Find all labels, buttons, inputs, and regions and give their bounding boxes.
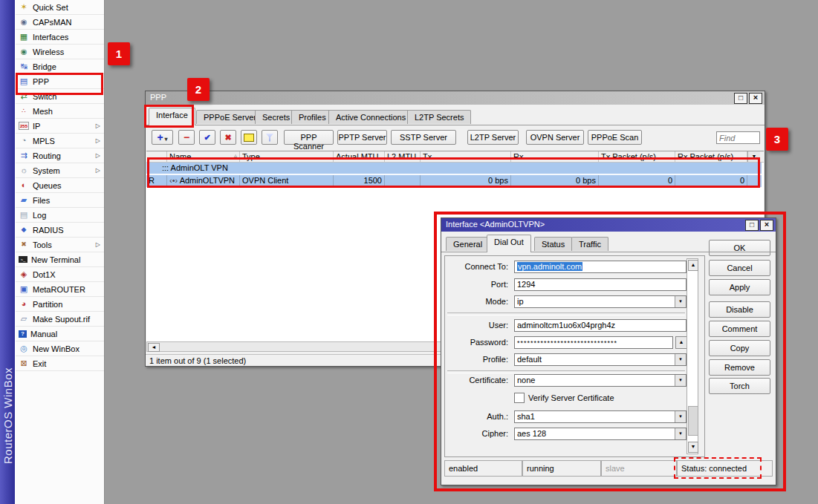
sidebar-item-quick-set[interactable]: Quick Set [16, 0, 104, 15]
copy-button[interactable]: Copy [709, 340, 770, 356]
sidebar-item-queues[interactable]: Queues [16, 178, 104, 193]
dropdown-icon[interactable] [675, 296, 686, 307]
column-type[interactable]: Type [240, 151, 334, 162]
dropdown-icon[interactable] [675, 354, 686, 365]
dropdown-icon[interactable] [675, 428, 686, 439]
sidebar-item-switch[interactable]: Switch [16, 89, 104, 104]
sidebar-item-partition[interactable]: Partition [16, 297, 104, 312]
column-rx[interactable]: Rx [511, 151, 599, 162]
sidebar-item-make-supout[interactable]: Make Supout.rif [16, 312, 104, 327]
sidebar-item-new-winbox[interactable]: New WinBox [16, 341, 104, 356]
maximize-icon[interactable] [734, 93, 747, 104]
sidebar-item-new-terminal[interactable]: New Terminal [16, 252, 104, 267]
sidebar-item-log[interactable]: Log [16, 208, 104, 223]
pptp-server-button[interactable]: PPTP Server [337, 130, 387, 145]
form-scrollbar[interactable]: ▲ ▼ [686, 258, 698, 454]
filter-button[interactable] [262, 130, 278, 145]
tab-general[interactable]: General [446, 237, 490, 251]
column-tx[interactable]: Tx [421, 151, 511, 162]
column-flags[interactable] [146, 151, 167, 162]
sidebar-item-ip[interactable]: IP [16, 119, 104, 134]
ppp-scanner-button[interactable]: PPP Scanner [284, 130, 334, 145]
comment-button[interactable] [241, 130, 257, 145]
torch-button[interactable]: Torch [709, 378, 770, 394]
column-rx-packet[interactable]: Rx Packet (p/s) [675, 151, 747, 162]
antenna-icon [19, 18, 29, 27]
sstp-server-button[interactable]: SSTP Server [391, 130, 456, 145]
close-icon[interactable] [760, 220, 773, 231]
port-input[interactable]: 1294 [514, 278, 686, 291]
column-tx-packet[interactable]: Tx Packet (p/s) [599, 151, 675, 162]
password-reveal-icon[interactable]: ▲ [675, 336, 687, 349]
add-button[interactable]: + [152, 130, 173, 145]
sidebar-item-mpls[interactable]: MPLS [16, 134, 104, 148]
sidebar-item-tools[interactable]: Tools [16, 238, 104, 252]
certificate-select[interactable]: none [514, 374, 686, 387]
user-input[interactable]: adminoltcm1uo6x04prgh4z [514, 319, 686, 332]
sidebar-item-routing[interactable]: Routing [16, 148, 104, 163]
profile-label: Profile: [446, 355, 508, 364]
ovpn-server-button[interactable]: OVPN Server [526, 130, 584, 145]
comment-row[interactable]: ::: AdminOLT VPN [146, 163, 762, 174]
sidebar-item-manual[interactable]: Manual [16, 327, 104, 341]
pppoe-scan-button[interactable]: PPPoE Scan [588, 130, 642, 145]
sidebar-item-radius[interactable]: RADIUS [16, 223, 104, 238]
cipher-select[interactable]: aes 128 [514, 428, 686, 440]
column-actual-mtu[interactable]: Actual MTU [334, 151, 385, 162]
ppp-window-titlebar[interactable]: PPP [146, 91, 765, 105]
sidebar-item-ppp[interactable]: PPP [16, 74, 104, 89]
column-name[interactable]: Name▵ [167, 151, 240, 162]
dropdown-icon[interactable] [675, 375, 686, 386]
sidebar-item-bridge[interactable]: Bridge [16, 59, 104, 74]
dialog-titlebar[interactable]: Interface <AdminOLTVPN> [441, 218, 776, 232]
sidebar-item-dot1x[interactable]: Dot1X [16, 267, 104, 282]
l2tp-server-button[interactable]: L2TP Server [467, 130, 519, 145]
field-user: User: adminoltcm1uo6x04prgh4z [446, 319, 698, 332]
tab-l2tp-secrets[interactable]: L2TP Secrets [407, 110, 471, 124]
comment-button[interactable]: Comment [709, 321, 770, 337]
tab-traffic[interactable]: Traffic [571, 237, 608, 251]
sidebar-item-files[interactable]: Files [16, 193, 104, 208]
verify-server-certificate-checkbox[interactable] [514, 393, 525, 403]
radius-icon [19, 226, 29, 235]
profile-select[interactable]: default [514, 353, 686, 366]
sidebar-item-interfaces[interactable]: Interfaces [16, 30, 104, 45]
scroll-down-icon[interactable]: ▼ [688, 442, 698, 453]
tab-profiles[interactable]: Profiles [291, 110, 334, 124]
remove-button[interactable]: Remove [709, 359, 770, 376]
connect-to-input[interactable]: vpn.adminolt.com [514, 261, 686, 273]
sidebar-item-exit[interactable]: Exit [16, 356, 104, 371]
sidebar-item-metarouter[interactable]: MetaROUTER [16, 282, 104, 297]
apply-button[interactable]: Apply [709, 279, 770, 295]
sidebar-item-capsman[interactable]: CAPsMAN [16, 15, 104, 30]
disable-button[interactable]: Disable [709, 301, 770, 318]
close-icon[interactable] [749, 93, 762, 104]
table-row[interactable]: R ‹•› AdminOLTVPN OVPN Client 1500 0 bps… [146, 174, 762, 187]
sidebar-item-mesh[interactable]: Mesh [16, 104, 104, 119]
sidebar-item-wireless[interactable]: Wireless [16, 45, 104, 59]
dropdown-icon[interactable] [675, 411, 686, 422]
enable-button[interactable]: ✔ [199, 130, 215, 145]
cancel-button[interactable]: Cancel [709, 260, 770, 276]
scroll-left-icon[interactable]: ◄ [148, 343, 160, 352]
tab-status[interactable]: Status [534, 237, 572, 251]
scroll-up-icon[interactable]: ▲ [688, 260, 698, 271]
queues-icon [19, 181, 29, 190]
password-input[interactable]: ****************************** [514, 336, 673, 349]
maximize-icon[interactable] [745, 220, 759, 231]
sidebar-item-system[interactable]: System [16, 163, 104, 178]
mode-select[interactable]: ip [514, 295, 686, 308]
tab-active-connections[interactable]: Active Connections [328, 110, 413, 124]
auth-select[interactable]: sha1 [514, 410, 686, 423]
column-l2-mtu[interactable]: L2 MTU [385, 151, 421, 162]
remove-button[interactable]: − [178, 130, 195, 145]
scrollbar-thumb[interactable] [688, 406, 698, 436]
disable-button[interactable]: ✖ [220, 130, 236, 145]
status-slave: slave [601, 460, 677, 477]
submenu-arrow-icon [96, 137, 100, 144]
tab-dial-out[interactable]: Dial Out [487, 235, 531, 252]
ok-button[interactable]: OK [709, 240, 770, 256]
find-input[interactable] [716, 131, 760, 144]
column-select-dropdown[interactable]: ▼ [747, 151, 760, 162]
tab-interface[interactable]: Interface [149, 108, 195, 125]
